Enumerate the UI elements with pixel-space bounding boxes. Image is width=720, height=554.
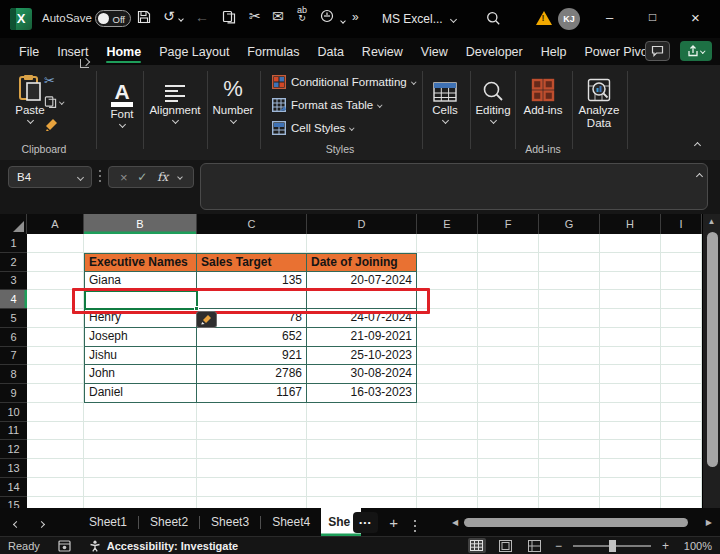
cell-F7[interactable] bbox=[478, 347, 539, 366]
cell-A1[interactable] bbox=[27, 234, 84, 253]
cell-G10[interactable] bbox=[539, 403, 600, 422]
column-header-F[interactable]: F bbox=[478, 214, 539, 234]
cell-H13[interactable] bbox=[600, 459, 661, 478]
select-all-corner[interactable] bbox=[0, 214, 27, 234]
cell-D7[interactable]: 25-10-2023 bbox=[307, 347, 417, 366]
scroll-left-icon[interactable]: ◀ bbox=[452, 518, 458, 527]
cell-C9[interactable]: 1167 bbox=[197, 384, 307, 403]
cell-H8[interactable] bbox=[600, 365, 661, 384]
row-header-12[interactable]: 12 bbox=[0, 440, 27, 459]
zoom-in-button[interactable]: + bbox=[662, 539, 669, 553]
cell-F12[interactable] bbox=[478, 440, 539, 459]
menu-item-review[interactable]: Review bbox=[353, 38, 412, 65]
cell-F4[interactable] bbox=[478, 290, 539, 309]
cell-styles-dropdown-icon[interactable] bbox=[350, 126, 355, 131]
collapse-ribbon-icon[interactable] bbox=[695, 134, 700, 152]
cell-B1[interactable] bbox=[84, 234, 197, 253]
cell-A6[interactable] bbox=[27, 328, 84, 347]
column-header-G[interactable]: G bbox=[539, 214, 600, 234]
cancel-icon[interactable]: × bbox=[120, 170, 128, 185]
app-title[interactable]: MS Excel... bbox=[382, 12, 456, 26]
cell-D6[interactable]: 21-09-2021 bbox=[307, 328, 417, 347]
conditional-formatting-button[interactable]: Conditional Formatting bbox=[272, 75, 415, 89]
row-header-15[interactable]: 15 bbox=[0, 497, 27, 509]
zoom-out-button[interactable]: − bbox=[555, 539, 562, 553]
cell-E2[interactable] bbox=[417, 253, 478, 272]
cell-I12[interactable] bbox=[661, 440, 702, 459]
cell-D8[interactable]: 30-08-2024 bbox=[307, 365, 417, 384]
copy-icon[interactable] bbox=[222, 10, 236, 26]
cell-G15[interactable] bbox=[539, 497, 600, 509]
cell-F6[interactable] bbox=[478, 328, 539, 347]
cell-H4[interactable] bbox=[600, 290, 661, 309]
cell-D14[interactable] bbox=[307, 478, 417, 497]
sheet-tab-sheet3[interactable]: Sheet3 bbox=[200, 508, 260, 536]
cell-E6[interactable] bbox=[417, 328, 478, 347]
cell-A10[interactable] bbox=[27, 403, 84, 422]
cell-A15[interactable] bbox=[27, 497, 84, 509]
cell-G9[interactable] bbox=[539, 384, 600, 403]
cell-H7[interactable] bbox=[600, 347, 661, 366]
cell-C13[interactable] bbox=[197, 459, 307, 478]
insert-options-button[interactable] bbox=[196, 311, 217, 328]
cell-B2[interactable]: Executive Names bbox=[84, 253, 197, 272]
cell-I6[interactable] bbox=[661, 328, 702, 347]
column-header-E[interactable]: E bbox=[417, 214, 478, 234]
cell-I5[interactable] bbox=[661, 309, 702, 328]
cell-F9[interactable] bbox=[478, 384, 539, 403]
sheet-menu-button[interactable] bbox=[414, 513, 416, 531]
format-as-table-button[interactable]: Format as Table bbox=[272, 98, 382, 112]
cell-D9[interactable]: 16-03-2023 bbox=[307, 384, 417, 403]
cell-F11[interactable] bbox=[478, 422, 539, 441]
row-header-1[interactable]: 1 bbox=[0, 234, 27, 253]
cell-G6[interactable] bbox=[539, 328, 600, 347]
cell-I14[interactable] bbox=[661, 478, 702, 497]
zoom-slider-thumb[interactable] bbox=[609, 540, 616, 552]
cell-D12[interactable] bbox=[307, 440, 417, 459]
cell-A14[interactable] bbox=[27, 478, 84, 497]
editing-dropdown-icon[interactable] bbox=[489, 117, 496, 124]
cell-E7[interactable] bbox=[417, 347, 478, 366]
cell-G14[interactable] bbox=[539, 478, 600, 497]
number-group-button[interactable]: % Number bbox=[207, 72, 259, 123]
sheet-tab-sheet4[interactable]: Sheet4 bbox=[261, 508, 321, 536]
zoom-slider[interactable] bbox=[573, 545, 651, 547]
sheet-nav-right-icon[interactable] bbox=[39, 513, 44, 531]
row-header-5[interactable]: 5 bbox=[0, 309, 27, 328]
cell-B9[interactable]: Daniel bbox=[84, 384, 197, 403]
cell-F13[interactable] bbox=[478, 459, 539, 478]
horizontal-scrollbar-thumb[interactable] bbox=[464, 518, 688, 527]
row-header-9[interactable]: 9 bbox=[0, 384, 27, 403]
cell-H14[interactable] bbox=[600, 478, 661, 497]
format-painter-button[interactable] bbox=[44, 117, 59, 132]
cell-G2[interactable] bbox=[539, 253, 600, 272]
cell-A8[interactable] bbox=[27, 365, 84, 384]
sheet-tab-sheet1[interactable]: Sheet1 bbox=[78, 508, 138, 536]
menu-item-file[interactable]: File bbox=[10, 38, 48, 65]
close-button[interactable]: × bbox=[691, 9, 700, 26]
cell-G1[interactable] bbox=[539, 234, 600, 253]
row-header-8[interactable]: 8 bbox=[0, 365, 27, 384]
font-dropdown-icon[interactable] bbox=[118, 121, 125, 128]
cell-D15[interactable] bbox=[307, 497, 417, 509]
cell-I13[interactable] bbox=[661, 459, 702, 478]
cell-H6[interactable] bbox=[600, 328, 661, 347]
search-icon[interactable] bbox=[486, 11, 501, 30]
enter-icon[interactable]: ✓ bbox=[137, 170, 147, 184]
cell-I15[interactable] bbox=[661, 497, 702, 509]
cell-H11[interactable] bbox=[600, 422, 661, 441]
cell-D13[interactable] bbox=[307, 459, 417, 478]
share-dropdown-icon[interactable] bbox=[701, 49, 706, 54]
cell-E13[interactable] bbox=[417, 459, 478, 478]
touch-mode-dropdown-icon[interactable] bbox=[340, 18, 346, 24]
cell-C1[interactable] bbox=[197, 234, 307, 253]
cell-A7[interactable] bbox=[27, 347, 84, 366]
menu-item-page-layout[interactable]: Page Layout bbox=[150, 38, 238, 65]
paste-dropdown-icon[interactable] bbox=[26, 117, 33, 124]
cell-F10[interactable] bbox=[478, 403, 539, 422]
cut-icon[interactable]: ✂ bbox=[249, 9, 261, 23]
undo-dropdown-icon[interactable] bbox=[178, 16, 184, 22]
row-header-6[interactable]: 6 bbox=[0, 328, 27, 347]
save-icon[interactable] bbox=[137, 10, 151, 26]
scroll-right-icon[interactable]: ▶ bbox=[706, 518, 712, 527]
